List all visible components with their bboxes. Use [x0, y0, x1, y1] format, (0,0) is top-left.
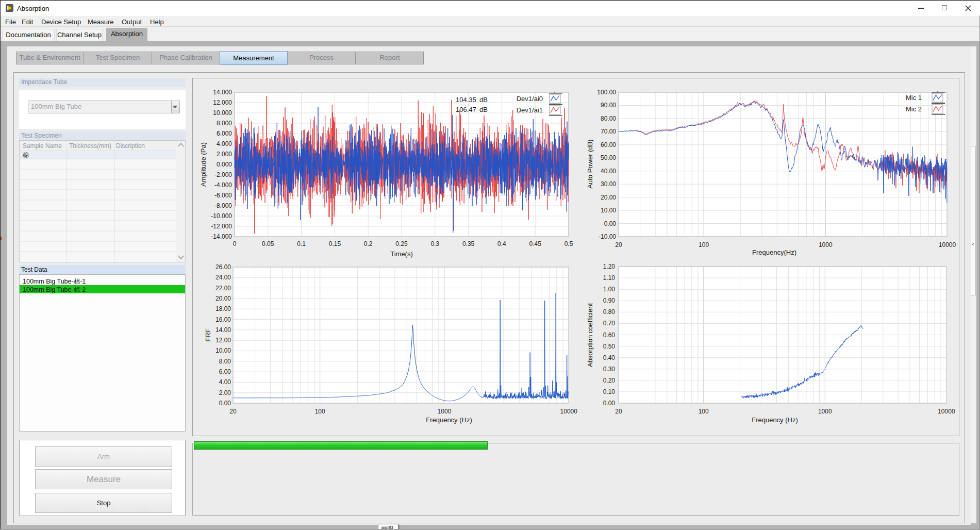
svg-text:0: 0 [233, 240, 237, 247]
svg-text:60.00: 60.00 [601, 141, 616, 148]
svg-text:0.4: 0.4 [497, 240, 506, 247]
svg-text:24.00: 24.00 [215, 274, 231, 281]
svg-text:0.20: 0.20 [603, 377, 616, 384]
svg-text:0.80: 0.80 [603, 308, 616, 316]
svg-text:0.45: 0.45 [529, 240, 542, 247]
svg-text:Mic 1: Mic 1 [906, 94, 922, 102]
svg-text:Dev1/ai1: Dev1/ai1 [517, 106, 543, 114]
svg-text:FRF: FRF [204, 328, 212, 341]
svg-text:1000: 1000 [818, 408, 832, 415]
svg-text:Absorption coefficient: Absorption coefficient [586, 303, 594, 367]
svg-text:Dev1/ai0: Dev1/ai0 [517, 95, 543, 103]
svg-text:22.00: 22.00 [215, 285, 231, 292]
svg-text:10.000: 10.000 [213, 109, 232, 117]
svg-text:12.00: 12.00 [215, 337, 231, 344]
svg-text:70.00: 70.00 [601, 128, 616, 135]
svg-text:18.00: 18.00 [215, 305, 231, 312]
svg-text:0.40: 0.40 [603, 354, 616, 361]
svg-text:0.3: 0.3 [430, 240, 439, 247]
svg-text:6.00: 6.00 [219, 368, 231, 375]
svg-text:10000: 10000 [560, 408, 578, 415]
svg-text:-10.00: -10.00 [599, 233, 616, 240]
svg-text:14.000: 14.000 [213, 89, 232, 96]
svg-text:Amplitude (Pa): Amplitude (Pa) [200, 142, 207, 187]
svg-text:0.00: 0.00 [219, 400, 231, 407]
svg-text:2.00: 2.00 [219, 389, 231, 396]
svg-text:4.00: 4.00 [219, 378, 231, 386]
svg-text:20: 20 [615, 408, 622, 415]
svg-text:Frequency (Hz): Frequency (Hz) [752, 416, 798, 424]
svg-text:14.00: 14.00 [215, 326, 231, 334]
svg-text:-12.000: -12.000 [211, 223, 232, 230]
svg-text:40.00: 40.00 [601, 168, 616, 175]
svg-text:10000: 10000 [939, 241, 956, 249]
svg-text:Auto Power (dB): Auto Power (dB) [586, 139, 594, 188]
svg-text:0.35: 0.35 [462, 240, 475, 247]
svg-text:10000: 10000 [938, 408, 955, 415]
svg-text:26.00: 26.00 [215, 263, 231, 271]
svg-text:0.50: 0.50 [603, 343, 616, 350]
svg-text:10.00: 10.00 [601, 207, 616, 214]
svg-text:0.15: 0.15 [329, 240, 341, 247]
svg-text:0.05: 0.05 [262, 240, 274, 247]
svg-text:100: 100 [699, 241, 709, 249]
svg-text:1.20: 1.20 [603, 263, 616, 270]
svg-text:1000: 1000 [438, 408, 452, 415]
svg-text:12.000: 12.000 [213, 99, 232, 106]
svg-text:8.000: 8.000 [217, 120, 232, 127]
svg-text:0.2: 0.2 [364, 240, 373, 247]
svg-text:0.00: 0.00 [603, 400, 616, 407]
svg-text:30.00: 30.00 [601, 180, 616, 188]
svg-text:16.00: 16.00 [215, 316, 231, 323]
svg-text:0.000: 0.000 [217, 161, 232, 168]
svg-text:dB: dB [479, 96, 488, 104]
svg-text:100: 100 [315, 408, 325, 415]
svg-text:Frequency(Hz): Frequency(Hz) [752, 249, 796, 256]
svg-text:100: 100 [699, 408, 709, 415]
svg-text:0.70: 0.70 [603, 320, 616, 327]
svg-text:-2.000: -2.000 [214, 171, 232, 178]
svg-text:0.10: 0.10 [603, 388, 616, 395]
svg-text:0.00: 0.00 [604, 220, 617, 227]
svg-text:-8.000: -8.000 [214, 202, 232, 209]
svg-text:100.00: 100.00 [597, 89, 616, 96]
svg-text:90.00: 90.00 [601, 102, 616, 109]
svg-text:2.000: 2.000 [217, 151, 232, 158]
svg-text:6.000: 6.000 [217, 130, 232, 137]
svg-text:0.60: 0.60 [603, 332, 616, 339]
svg-text:20.00: 20.00 [215, 295, 231, 302]
svg-text:1.10: 1.10 [603, 274, 616, 281]
svg-text:0.90: 0.90 [603, 297, 616, 304]
svg-text:20.00: 20.00 [601, 194, 616, 201]
svg-text:Mic 2: Mic 2 [906, 105, 922, 113]
svg-text:-14.000: -14.000 [211, 233, 232, 240]
svg-text:0.5: 0.5 [564, 240, 573, 247]
svg-text:4.000: 4.000 [217, 140, 232, 147]
svg-text:Time(s): Time(s) [390, 250, 413, 258]
svg-text:1.00: 1.00 [603, 286, 616, 293]
svg-text:0.25: 0.25 [395, 240, 408, 247]
svg-text:1000: 1000 [819, 241, 833, 249]
svg-text:50.00: 50.00 [601, 154, 616, 161]
svg-text:104.35: 104.35 [456, 96, 476, 104]
svg-text:dB: dB [479, 106, 488, 113]
svg-text:-10.000: -10.000 [211, 212, 232, 220]
svg-text:20: 20 [229, 408, 237, 415]
svg-text:Frequency (Hz): Frequency (Hz) [426, 416, 472, 424]
svg-text:20: 20 [615, 241, 622, 249]
svg-text:0.1: 0.1 [297, 240, 306, 247]
svg-text:-6.000: -6.000 [214, 192, 232, 199]
svg-text:0.30: 0.30 [603, 366, 616, 373]
svg-text:-4.000: -4.000 [214, 181, 232, 189]
svg-text:8.00: 8.00 [219, 358, 231, 365]
svg-text:106.47: 106.47 [456, 106, 476, 113]
svg-text:80.00: 80.00 [601, 115, 616, 122]
svg-text:10.00: 10.00 [215, 347, 231, 354]
